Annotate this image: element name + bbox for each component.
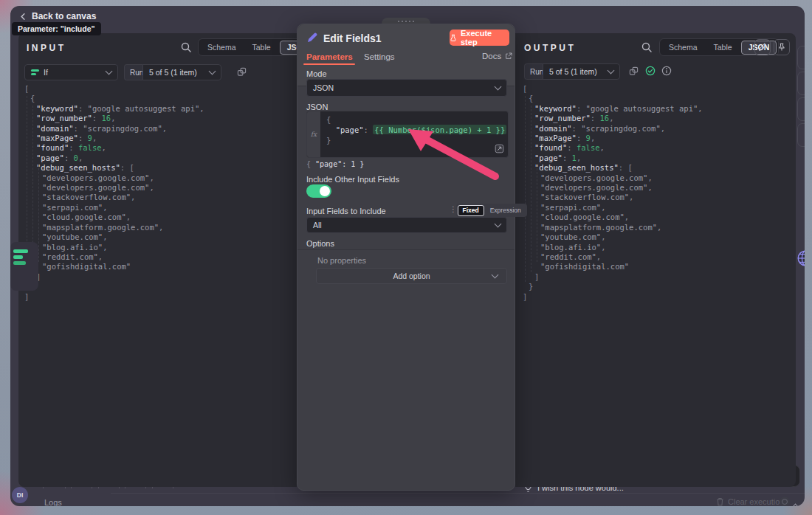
- expression-chip[interactable]: Expression: [485, 205, 526, 216]
- input-json-viewer[interactable]: [{"keyword": "google autosuggest api","r…: [24, 84, 204, 302]
- chevron-down-icon: [209, 68, 216, 75]
- json-code-line: {: [24, 94, 204, 103]
- filter-icon: [13, 249, 28, 265]
- include-other-fields-toggle[interactable]: [306, 184, 331, 198]
- expression-token[interactable]: {{ Number($json.page) + 1 }}: [373, 125, 506, 134]
- output-json-viewer[interactable]: [{"keyword": "google autosuggest api","r…: [523, 84, 703, 302]
- fields-to-include-select[interactable]: All: [306, 217, 507, 233]
- node-stack-card[interactable]: [797, 46, 805, 69]
- result-preview: { "page": 1 }: [306, 159, 364, 169]
- json-code-line: "cloud.google.com",: [24, 212, 204, 222]
- tab-schema[interactable]: Schema: [200, 41, 244, 55]
- json-code-line: "mapsplatform.google.com",: [523, 223, 703, 232]
- json-code-line: "blog.afi.io",: [24, 243, 204, 252]
- clear-execution-label: Clear execution: [728, 497, 784, 506]
- external-link-icon: [505, 52, 512, 60]
- json-code-line: "found": false,: [523, 143, 703, 153]
- tab-table[interactable]: Table: [245, 41, 278, 55]
- json-code-line: "developers.google.com",: [523, 183, 703, 193]
- include-other-fields-label: Include Other Input Fields: [306, 175, 399, 184]
- fields-to-include-label: Input Fields to Include: [306, 207, 386, 215]
- indent-guide: [38, 165, 39, 262]
- back-label: Back to canvas: [32, 11, 96, 21]
- expand-icon[interactable]: [495, 144, 504, 153]
- json-code-editor[interactable]: fx { "page": {{ Number($json.page) + 1 }…: [306, 111, 509, 158]
- logs-label[interactable]: Logs: [44, 498, 62, 506]
- pencil-icon: [758, 43, 767, 52]
- help-badge-icon[interactable]: [780, 497, 790, 506]
- tab-schema[interactable]: Schema: [661, 41, 705, 55]
- mode-label: Mode: [306, 69, 327, 78]
- tab-settings[interactable]: Settings: [364, 52, 395, 61]
- search-icon[interactable]: [180, 41, 192, 53]
- json-code-line: "page": 1,: [523, 153, 703, 163]
- node-stack-card[interactable]: [797, 72, 805, 95]
- json-code-line: }: [523, 282, 703, 291]
- json-code-line: "domain": "scrapingdog.com",: [24, 124, 204, 134]
- json-code-line: [: [24, 84, 204, 94]
- docs-link[interactable]: Docs: [482, 52, 512, 61]
- collapse-logs-button[interactable]: [793, 500, 798, 506]
- json-code-line: "maxPage": 9,: [523, 134, 703, 143]
- fx-icon: fx: [307, 111, 320, 157]
- node-stack-card[interactable]: [797, 97, 805, 121]
- fixed-chip[interactable]: Fixed: [458, 205, 484, 216]
- json-code-line: ]: [523, 272, 703, 282]
- json-code-line: "stackoverflow.com",: [24, 193, 204, 202]
- pin-data-button[interactable]: [774, 39, 790, 55]
- input-run-value: 5 of 5 (1 item): [149, 68, 205, 77]
- json-code-line: "debug_seen_hosts": [: [523, 163, 703, 173]
- globe-icon[interactable]: [796, 249, 805, 268]
- indent-guide: [537, 165, 537, 262]
- json-code-line: "developers.google.com",: [24, 183, 204, 193]
- input-node-select-value: If: [44, 68, 102, 77]
- json-code-line: "gofishdigital.com": [523, 262, 703, 272]
- json-code-line: "reddit.com",: [24, 252, 204, 262]
- execute-step-button[interactable]: Execute step: [450, 30, 509, 46]
- indent-guide: [531, 106, 531, 272]
- avatar[interactable]: DI: [12, 487, 28, 503]
- input-panel-title: INPUT: [27, 43, 66, 53]
- input-node-select[interactable]: If: [24, 64, 118, 80]
- json-code-line: "found": false,: [24, 143, 204, 153]
- output-panel-title: OUTPUT: [524, 43, 576, 53]
- info-circle-icon[interactable]: [661, 66, 672, 76]
- json-code-line: }: [24, 282, 204, 291]
- json-code-line: "youtube.com",: [24, 232, 204, 242]
- sub-execution-icon[interactable]: [237, 67, 247, 77]
- json-code-line: "youtube.com",: [523, 232, 703, 242]
- filter-icon: [31, 69, 39, 75]
- json-code-line: "keyword": "google autosuggest api",: [523, 104, 703, 114]
- search-icon[interactable]: [641, 41, 653, 53]
- json-code-line: "serpapi.com",: [24, 203, 204, 212]
- trash-icon: [716, 497, 724, 506]
- output-run-select[interactable]: 5 of 5 (1 item): [543, 63, 620, 80]
- input-node-handle[interactable]: [10, 242, 38, 291]
- chevron-down-icon: [492, 272, 499, 279]
- tab-parameters[interactable]: Parameters: [306, 52, 353, 61]
- output-panel: OUTPUT Schema Table JSON Run 5 of 5 (1 i…: [515, 33, 796, 487]
- input-panel: INPUT Schema Table JSON If Run 5 of 5 (1…: [18, 33, 297, 487]
- node-title[interactable]: Edit Fields1: [323, 32, 382, 44]
- active-tab-underline: [303, 63, 355, 65]
- mode-select[interactable]: JSON: [306, 79, 507, 97]
- chevron-down-icon: [106, 68, 113, 75]
- tab-table[interactable]: Table: [706, 41, 740, 55]
- input-run-select[interactable]: 5 of 5 (1 item): [142, 64, 221, 80]
- sub-execution-icon[interactable]: [629, 66, 639, 76]
- node-stack-card[interactable]: [797, 123, 805, 147]
- docs-label: Docs: [482, 52, 501, 61]
- edit-output-button[interactable]: [754, 39, 771, 55]
- back-to-canvas-button[interactable]: Back to canvas: [19, 11, 96, 21]
- logs-divider: [111, 493, 805, 494]
- json-code-line: "domain": "scrapingdog.com",: [523, 124, 703, 134]
- json-code-line: "keyword": "google autosuggest api",: [24, 104, 204, 114]
- json-code-line: "maxPage": 9,: [24, 134, 204, 143]
- clear-execution-button[interactable]: Clear execution: [716, 497, 784, 506]
- options-divider: [297, 249, 515, 250]
- json-code-line: ]: [523, 292, 703, 302]
- add-option-button[interactable]: Add option: [316, 268, 507, 284]
- indent-guide: [525, 96, 526, 282]
- output-run-value: 5 of 5 (1 item): [549, 67, 604, 76]
- json-code-line: "row_number": 16,: [523, 114, 703, 123]
